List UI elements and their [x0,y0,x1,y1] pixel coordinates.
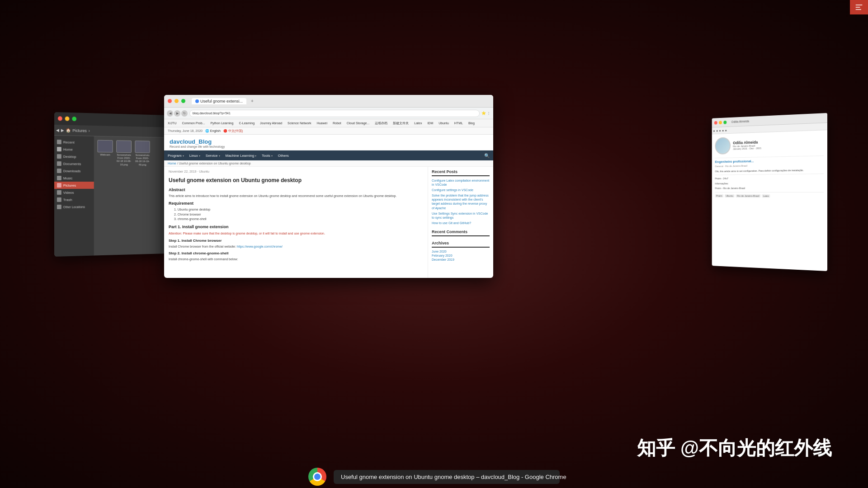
article-title: Useful gnome extension on Ubuntu gnome d… [169,176,423,184]
archive-feb-2020[interactable]: February 2020 [432,254,490,257]
bookmark-ops[interactable]: 运维存档 [373,121,389,126]
sidebar-item-other[interactable]: Other Locations [54,203,94,211]
rw-close-btn[interactable] [714,121,717,124]
rw-section-text-1: Olá, this article aims to set configurat… [715,168,824,173]
bookmark-robot[interactable]: Robot [331,121,343,125]
taskbar-item-chrome [305,468,330,486]
rw-info-text: Informações: [715,181,824,185]
recent-comments-heading: Recent Comments [432,230,490,236]
rw-avatar [715,137,731,155]
sidebar-item-label: Home [63,147,73,151]
bookmark-latex[interactable]: Latex [412,121,424,125]
bookmark-html[interactable]: HTML [453,121,465,125]
sidebar-item-label: Pictures [63,183,76,188]
nav-others[interactable]: Others [278,154,289,158]
recent-icon [57,140,61,144]
nav-search-icon[interactable]: 🔍 [484,153,490,158]
watermark: 知乎 @不向光的红外线 [637,436,832,461]
rw-bookmark-5[interactable]: ■ [725,129,726,131]
sidebar-item-downloads[interactable]: Downloads [54,167,94,174]
sidebar-item-music[interactable]: Music [54,174,94,182]
bookmark-science[interactable]: Science Network [286,121,313,125]
nav-linux[interactable]: Linux ▾ [189,154,200,158]
nav-ml[interactable]: Machine Learning ▾ [226,154,257,158]
bookmark-cloud[interactable]: Cloud Storage... [345,121,372,125]
back-btn[interactable]: ◀ [167,110,173,117]
recent-post-4[interactable]: Use Settings Sync extension in VSCode to… [432,211,490,220]
browser-urlbar: ◀ ▶ ↻ ⭐ ⋮ [164,108,493,119]
step2-text: Install chrome-gnome-shell with command … [169,257,423,262]
nav-service[interactable]: Service ▾ [206,154,220,158]
nav-program[interactable]: Program ▾ [168,154,184,158]
archive-june-2020[interactable]: June 2020 [432,250,490,253]
sidebar-item-recent[interactable]: Recent [54,138,94,146]
url-input[interactable] [189,110,480,117]
bookmark-new-folder[interactable]: 新建文件夹 [391,121,410,126]
pictures-icon [57,183,61,188]
recent-comments-section: Recent Comments [432,230,490,236]
sidebar-item-pictures[interactable]: Pictures [54,182,94,189]
browser-tab-active[interactable]: Useful gnome extensi... [192,98,246,104]
bookmark-common[interactable]: Common Prob... [180,121,207,125]
fm-home-btn[interactable]: 🏠 [66,128,71,132]
fm-close-btn[interactable] [58,116,62,121]
fm-forward-btn[interactable]: ▶ [61,128,64,132]
recent-post-2[interactable]: Configure settings in VSCode [432,188,490,192]
abstract-text: This article aims to introduce how to in… [169,194,423,198]
date-label: Thursday, June 18, 2020 [168,129,203,132]
file-item-screenshot2[interactable]: Screenshots From 2020-06-18 19-19-49.png [135,141,150,166]
rw-bookmark-1[interactable]: ■ [713,129,715,132]
forward-btn[interactable]: ▶ [174,110,180,117]
bookmark-python[interactable]: Python Learning [208,121,235,125]
nav-tools[interactable]: Tools ▾ [262,154,273,158]
bookmark-xjtu[interactable]: X/JTU [166,121,178,125]
browser-max-btn[interactable] [181,99,185,103]
lang-en: 🌐 English [205,129,221,133]
todoist-icon[interactable] [850,0,868,14]
article-warning: Attention: Please make sure that the des… [169,231,423,236]
refresh-btn[interactable]: ↻ [181,110,188,117]
bookmark-huawei[interactable]: Huawei [315,121,329,125]
rw-bookmark-2[interactable]: ■ [717,129,718,132]
rw-bookmark-3[interactable]: ■ [719,129,721,132]
rw-body: Odilia Almeida Rio de Janeiro-Brazil Jan… [712,130,827,271]
bookmark-ubuntu[interactable]: Ubuntu [437,121,451,125]
rw-min-btn[interactable] [719,121,722,124]
rw-max-btn[interactable] [723,120,726,124]
breadcrumb-home[interactable]: Home [168,162,176,165]
fm-body: Recent Home Desktop Documents Downloads … [54,136,165,257]
file-name: Screenshots From 2020-06-18 19-19-49.png [135,154,150,166]
browser-min-btn[interactable] [175,99,179,103]
sidebar-item-videos[interactable]: Videos [54,189,94,196]
rw-bookmark-4[interactable]: ■ [722,129,724,132]
blog-article: November 22, 2019 · Ubuntu Useful gnome … [164,167,428,278]
new-tab-btn[interactable]: + [251,99,254,103]
file-item-webcam[interactable]: Webcam [97,140,113,166]
sidebar-item-documents[interactable]: Documents [54,160,94,168]
archive-dec-2019[interactable]: December 2019 [432,258,490,261]
sidebar-item-home[interactable]: Home [54,145,94,153]
file-item-screenshot1[interactable]: Screenshots From 2020-02-18 16-08-16.png [116,140,132,166]
fm-back-btn[interactable]: ◀ [56,128,59,132]
step1-heading: Step 1. Install Chrome browser [169,238,423,244]
fm-path-label: Pictures [72,128,87,133]
bookmark-blog[interactable]: Blog [467,121,476,125]
browser-close-btn[interactable] [168,99,172,103]
rw-section-title-1[interactable]: Engenheiro profissional... [715,158,824,164]
fm-min-btn[interactable] [65,117,70,121]
rw-tag-1: Praim [715,194,724,197]
chrome-link[interactable]: https://www.google.com/chrome/ [237,245,283,248]
chrome-icon[interactable] [308,468,326,486]
recent-post-1[interactable]: Configure Latex compilation environment … [432,178,490,187]
sidebar-item-trash[interactable]: Trash [54,196,94,203]
bookmark-idm[interactable]: IDM [425,121,435,125]
sidebar-item-desktop[interactable]: Desktop [54,153,94,160]
recent-post-5[interactable]: How to use Git and GitHub? [432,221,490,225]
requirement-heading: Requirement [169,201,423,207]
rw-tab-title: Odilia Almeida [731,120,749,123]
bookmark-c[interactable]: C-Learning [237,121,256,125]
taskbar: Useful gnome extension on Ubuntu gnome d… [0,465,868,488]
bookmark-journey[interactable]: Journey Abroad [258,121,284,125]
recent-post-3[interactable]: Solve the problem that the jump address … [432,193,490,210]
fm-max-btn[interactable] [72,117,76,121]
